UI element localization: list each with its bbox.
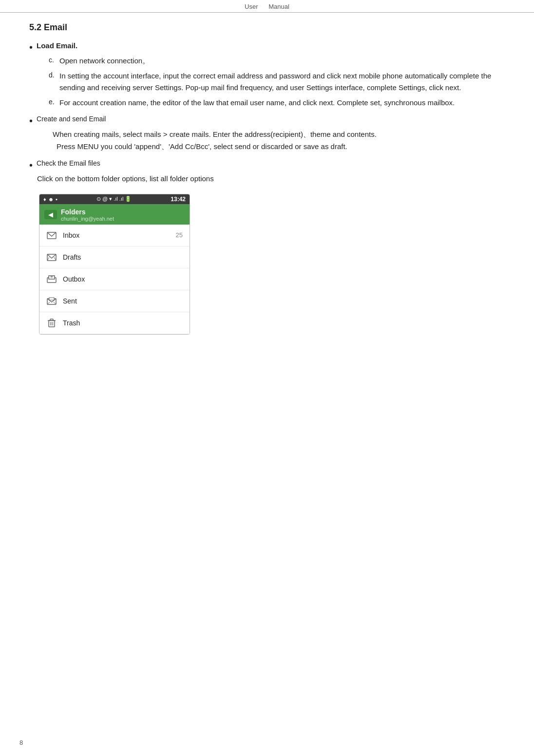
phone-mockup: ♦ ☻ ▪ ⊙ @ ▾ .ıl .ıl 🔋 13:42 ◀ Folde: [39, 194, 190, 335]
sub-letter-d: d.: [49, 70, 57, 80]
inbox-label: Inbox: [63, 231, 170, 239]
phone-app-header: ◀ Folders chunlin_ing@yeah.net: [39, 204, 190, 225]
status-bar-center: ⊙ @ ▾ .ıl .ıl 🔋: [96, 196, 132, 202]
phone-back-button[interactable]: ◀: [44, 210, 57, 219]
bullet-load-email: • Load Email. c. Open network connection…: [29, 41, 505, 108]
outbox-label: Outbox: [63, 275, 177, 283]
sub-text-d: In setting the account interface, input …: [59, 70, 505, 93]
sub-item-c: c. Open network connection。: [49, 55, 505, 66]
bullet-dot-2: •: [29, 115, 33, 127]
status-icon-3: ▪: [56, 196, 57, 202]
bullet-check-email: • Check the Email files Click on the bot…: [29, 159, 505, 335]
header-left: User: [245, 3, 258, 10]
outbox-icon: [46, 274, 57, 284]
drafts-icon: [46, 252, 57, 263]
sub-letter-c: c.: [49, 55, 57, 65]
trash-icon: [46, 318, 57, 328]
check-email-label: Check the Email files: [37, 159, 100, 167]
phone-header-text: Folders chunlin_ing@yeah.net: [61, 208, 114, 222]
bullet-create-email: • Create and send Email When creating ma…: [29, 115, 505, 152]
folder-item-outbox[interactable]: Outbox: [39, 268, 190, 290]
trash-label: Trash: [63, 319, 177, 327]
sub-list-1: c. Open network connection。 d. In settin…: [29, 55, 505, 108]
page-content: 5.2 Email • Load Email. c. Open network …: [0, 18, 534, 364]
section-title: 5.2 Email: [29, 22, 505, 33]
drafts-label: Drafts: [63, 253, 177, 261]
check-email-body-1: Click on the bottom folder options, list…: [29, 173, 505, 184]
create-email-body-2: Press MENU you could 'append'、'Add Cc/Bc…: [29, 141, 505, 152]
inbox-icon: [46, 230, 57, 241]
status-time: 13:42: [171, 196, 186, 203]
sub-text-c: Open network connection。: [59, 55, 505, 66]
sent-icon: [46, 296, 57, 306]
header-right: Manual: [268, 3, 289, 10]
status-icon-1: ♦: [43, 196, 46, 202]
phone-status-bar: ♦ ☻ ▪ ⊙ @ ▾ .ıl .ıl 🔋 13:42: [39, 194, 190, 204]
svg-rect-10: [49, 298, 54, 300]
folder-item-trash[interactable]: Trash: [39, 312, 190, 334]
bullet-dot-1: •: [29, 41, 33, 53]
folder-item-drafts[interactable]: Drafts: [39, 246, 190, 268]
inbox-count: 25: [176, 231, 183, 239]
sub-text-e: For account creation name, the editor of…: [59, 97, 505, 108]
create-email-body-1: When creating mails, select mails > crea…: [29, 129, 505, 140]
main-bullet-list: • Load Email. c. Open network connection…: [29, 41, 505, 335]
status-bar-left: ♦ ☻ ▪: [43, 196, 57, 202]
bullet-item-2: • Create and send Email: [29, 115, 505, 127]
sub-item-d: d. In setting the account interface, inp…: [49, 70, 505, 93]
create-email-label: Create and send Email: [37, 115, 106, 123]
sent-label: Sent: [63, 297, 177, 305]
folder-item-inbox[interactable]: Inbox 25: [39, 225, 190, 246]
sub-letter-e: e.: [49, 97, 57, 107]
account-subtitle: chunlin_ing@yeah.net: [61, 216, 114, 222]
bullet-dot-3: •: [29, 159, 33, 171]
page-number: 8: [19, 739, 23, 746]
folders-title: Folders: [61, 208, 114, 216]
load-email-label: Load Email.: [37, 41, 77, 50]
back-arrow-icon: ◀: [48, 211, 53, 218]
status-icon-2: ☻: [48, 196, 54, 202]
bullet-item-3: • Check the Email files: [29, 159, 505, 171]
folder-item-sent[interactable]: Sent: [39, 290, 190, 312]
bullet-item-1: • Load Email.: [29, 41, 505, 53]
page-header: User Manual: [0, 0, 534, 13]
sub-item-e: e. For account creation name, the editor…: [49, 97, 505, 108]
